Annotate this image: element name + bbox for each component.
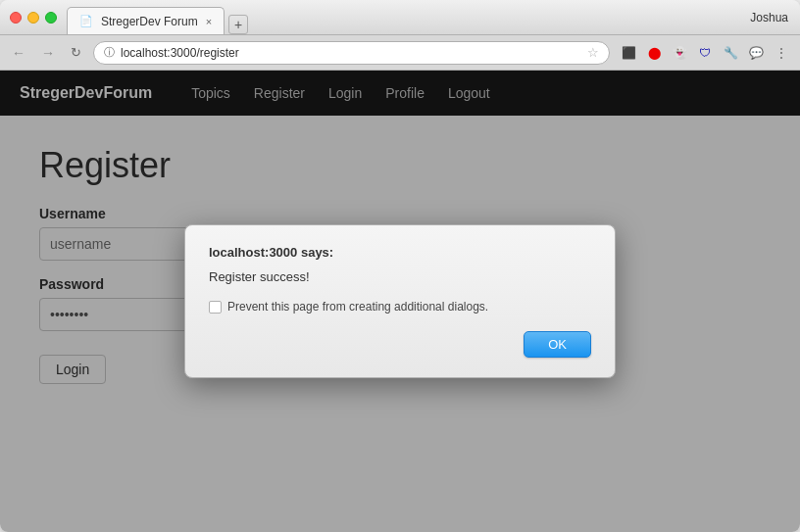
tab-title: StregerDev Forum (101, 15, 198, 28)
toolbar-icons: ⬛ ⬤ 👻 🛡 🔧 💬 ⋮ (618, 42, 792, 64)
minimize-window-button[interactable] (27, 12, 39, 24)
browser-user-label: Joshua (750, 11, 788, 24)
close-window-button[interactable] (10, 12, 22, 24)
prevent-dialogs-label: Prevent this page from creating addition… (227, 300, 488, 314)
browser-frame: 📄 StregerDev Forum × + Joshua ← → ↻ ⓘ lo… (0, 0, 800, 532)
ok-button[interactable]: OK (524, 331, 591, 358)
extension-icon[interactable]: 🔧 (720, 42, 741, 64)
dialog-overlay: localhost:3000 says: Register success! P… (0, 71, 800, 532)
secure-icon: ⓘ (104, 45, 115, 60)
browser-tab[interactable]: 📄 StregerDev Forum × (67, 7, 225, 34)
dialog-title: localhost:3000 says: (209, 245, 591, 260)
tab-close-button[interactable]: × (206, 16, 212, 27)
new-tab-button[interactable]: + (228, 15, 248, 34)
forward-button[interactable]: → (37, 43, 59, 63)
ghost-icon[interactable]: 👻 (669, 42, 690, 64)
back-button[interactable]: ← (8, 43, 29, 63)
dialog-footer: OK (209, 331, 591, 358)
alert-dialog: localhost:3000 says: Register success! P… (184, 224, 616, 378)
reload-button[interactable]: ↻ (67, 43, 85, 62)
url-bar[interactable]: ⓘ localhost:3000/register ☆ (93, 41, 610, 65)
chat-icon[interactable]: 💬 (745, 42, 767, 64)
url-text: localhost:3000/register (121, 46, 581, 60)
maximize-window-button[interactable] (45, 12, 57, 24)
address-bar: ← → ↻ ⓘ localhost:3000/register ☆ ⬛ ⬤ 👻 … (0, 35, 800, 71)
page-content: StregerDevForum Topics Register Login Pr… (0, 71, 800, 532)
traffic-lights (10, 12, 57, 24)
menu-button[interactable]: ⋮ (771, 42, 792, 64)
tab-area: 📄 StregerDev Forum × + (67, 0, 248, 34)
title-bar: 📄 StregerDev Forum × + Joshua (0, 0, 800, 35)
dialog-message: Register success! (209, 269, 591, 284)
opera-icon[interactable]: ⬤ (643, 42, 665, 64)
bookmark-icon[interactable]: ☆ (587, 45, 599, 60)
dialog-checkbox-row: Prevent this page from creating addition… (209, 300, 591, 314)
shield-icon[interactable]: 🛡 (694, 42, 716, 64)
prevent-dialogs-checkbox[interactable] (209, 301, 222, 314)
cast-icon[interactable]: ⬛ (618, 42, 639, 64)
tab-page-icon: 📄 (79, 15, 93, 27)
